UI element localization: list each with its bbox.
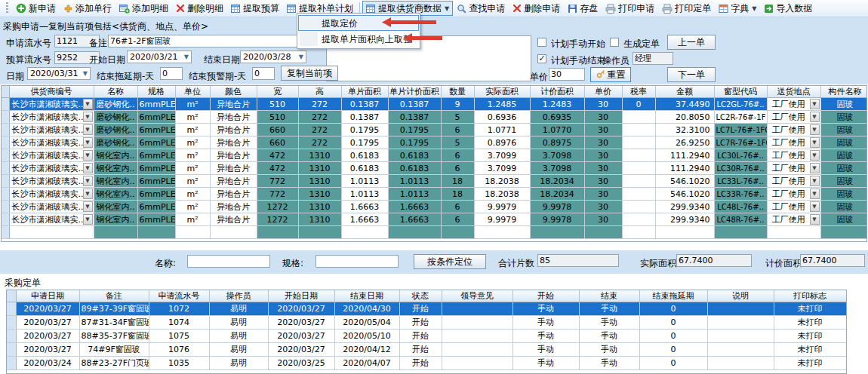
table-cell[interactable]: 30	[584, 175, 622, 188]
plan-manual-end-checkbox[interactable]: ✓	[537, 54, 546, 63]
table-cell[interactable]: 272	[298, 111, 341, 124]
table-cell[interactable]: 长沙市潇湘玻璃实..▼	[9, 188, 94, 201]
table-cell[interactable]: 772	[257, 188, 298, 201]
table-cell[interactable]: 0.1387	[388, 98, 441, 111]
table-cell[interactable]: 1.6663	[341, 213, 388, 226]
column-header[interactable]: 单片计价面积	[388, 86, 441, 98]
table-cell[interactable]: 工厂使用▼	[767, 213, 820, 226]
table-cell[interactable]: 30	[584, 162, 622, 175]
table-cell[interactable]: 2020/05/10	[334, 330, 399, 343]
table-cell[interactable]: 异地合片	[210, 98, 257, 111]
column-header[interactable]: 窗型代码	[714, 86, 767, 98]
column-header[interactable]: 打印标志	[774, 290, 846, 302]
dropdown-button[interactable]: ▼	[83, 201, 93, 212]
table-cell[interactable]: m²	[175, 111, 210, 124]
table-cell[interactable]: 3.7098	[530, 149, 584, 162]
end-warn-field[interactable]	[252, 67, 275, 80]
table-cell[interactable]: 1.0113	[341, 188, 388, 201]
table-cell[interactable]: 固玻	[820, 149, 867, 162]
table-cell[interactable]: 固玻	[820, 162, 867, 175]
table-cell[interactable]: 30	[584, 111, 622, 124]
table-cell[interactable]: m²	[175, 188, 210, 201]
table-cell[interactable]: 工厂使用▼	[767, 136, 820, 149]
row-indicator[interactable]	[2, 124, 9, 136]
table-cell[interactable]: 20.8050	[655, 111, 714, 124]
table-cell[interactable]: 18.2034	[530, 188, 584, 201]
table-cell[interactable]: 磨砂钢化..	[94, 98, 137, 111]
table-cell[interactable]: 2020/04/07	[334, 357, 399, 370]
table-cell[interactable]: 手动	[579, 330, 639, 343]
table-row[interactable]: 长沙市潇湘玻璃实..▼磨砂钢化..6mmPLE..m²异地合片6602720.1…	[2, 136, 867, 149]
table-cell[interactable]: 2020/03/27	[16, 316, 79, 330]
table-cell[interactable]: 长沙市潇湘玻璃实..▼	[9, 111, 94, 124]
table-cell[interactable]: 660	[257, 136, 298, 149]
table-cell[interactable]: 2020/03/27	[268, 343, 334, 357]
table-cell[interactable]: 钢化室内..	[94, 162, 137, 175]
table-cell[interactable]: 手动	[579, 357, 639, 370]
table-cell[interactable]: 钢化室内..	[94, 149, 137, 162]
table-cell[interactable]: 0.1387	[341, 98, 388, 111]
table-cell[interactable]	[707, 316, 774, 330]
dropdown-button[interactable]: ▼	[83, 137, 93, 148]
date-combo[interactable]: 2020/03/31▼	[27, 67, 91, 80]
column-header[interactable]: 开始日期	[268, 290, 334, 302]
row-indicator[interactable]	[7, 316, 16, 330]
row-indicator[interactable]	[2, 136, 9, 149]
table-row[interactable]: 长沙市潇湘玻璃实..▼钢化室内..6mmPLE..m²异地合片127213101…	[2, 201, 867, 213]
table-cell[interactable]: 固玻	[820, 213, 867, 226]
table-cell[interactable]: 钢化室内..	[94, 201, 137, 213]
table-cell[interactable]: 0.1795	[341, 124, 388, 136]
table-cell[interactable]	[94, 226, 137, 239]
dropdown-button[interactable]: ▼	[83, 150, 93, 161]
table-cell[interactable]: 1310	[298, 201, 341, 213]
table-cell[interactable]: 工厂使用▼	[767, 188, 820, 201]
table-cell[interactable]: 0	[639, 330, 707, 343]
table-cell[interactable]: 1310	[298, 162, 341, 175]
column-header[interactable]: 结束拖延期	[639, 290, 707, 302]
table-cell[interactable]: 272	[298, 124, 341, 136]
dropdown-button[interactable]: ▼	[810, 189, 820, 199]
start-date-combo[interactable]: 2020/03/21▼	[127, 51, 192, 63]
table-cell[interactable]: 异地合片	[210, 188, 257, 201]
table-cell[interactable]: 工厂使用▼	[767, 201, 820, 213]
dropdown-button[interactable]: ▼	[810, 99, 820, 109]
table-cell[interactable]: 510	[257, 98, 298, 111]
table-cell[interactable]	[442, 316, 512, 330]
dropdown-button[interactable]: ▼	[83, 176, 93, 186]
table-cell[interactable]: 1.0113	[388, 188, 441, 201]
table-cell[interactable]: 异地合片	[210, 175, 257, 188]
table-cell[interactable]: 易明	[209, 343, 268, 357]
table-cell[interactable]: 9.9978	[530, 213, 584, 226]
table-row[interactable]: 长沙市潇湘玻璃实..▼磨砂钢化..6mmPLE..m²异地合片5102720.1…	[2, 111, 867, 124]
table-cell[interactable]: 2020/03/24	[16, 357, 79, 370]
table-cell[interactable]: m²	[175, 124, 210, 136]
spec-filter-field[interactable]	[315, 255, 399, 268]
total-pieces-field[interactable]	[537, 254, 619, 267]
table-cell[interactable]: 固玻	[820, 124, 867, 136]
table-cell[interactable]: 30	[584, 98, 622, 111]
table-cell[interactable]	[714, 226, 767, 239]
table-cell[interactable]	[584, 226, 622, 239]
table-cell[interactable]: 1.0113	[341, 175, 388, 188]
table-cell[interactable]: 0.6183	[341, 162, 388, 175]
table-cell[interactable]: LC33R-76#..	[714, 188, 767, 201]
table-cell[interactable]: 6mmPLE..	[137, 136, 175, 149]
table-cell[interactable]	[622, 175, 655, 188]
table-cell[interactable]: m²	[175, 149, 210, 162]
table-cell[interactable]: 26.9250	[655, 136, 714, 149]
toolbar-button-delete-request[interactable]: 删除申请	[509, 1, 564, 16]
table-cell[interactable]: 6mmPLE..	[137, 124, 175, 136]
table-cell[interactable]: 30	[584, 124, 622, 136]
table-cell[interactable]: 6mmPLE..	[137, 188, 175, 201]
table-cell[interactable]: 87#31-34F窗固玻	[79, 316, 149, 330]
table-cell[interactable]: 2020/03/25	[268, 357, 334, 370]
table-cell[interactable]	[137, 226, 175, 239]
table-row[interactable]: 长沙市潇湘玻璃实..▼磨砂钢化..6mmPLE..m²异地合片6602720.1…	[2, 124, 867, 136]
table-cell[interactable]: m²	[175, 162, 210, 175]
table-cell[interactable]: 工厂使用▼	[767, 162, 820, 175]
next-order-button[interactable]: 下一单	[667, 67, 716, 82]
table-cell[interactable]: 30	[584, 213, 622, 226]
table-cell[interactable]: 固玻	[820, 201, 867, 213]
column-header[interactable]: 送货地点	[767, 86, 820, 98]
table-cell[interactable]: 6mmPLE..	[137, 162, 175, 175]
